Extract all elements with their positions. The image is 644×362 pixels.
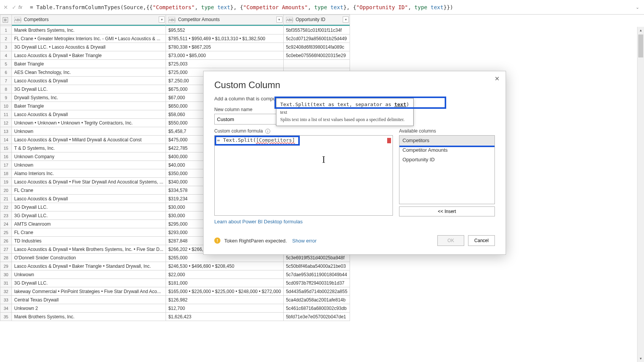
cell-oppid[interactable]: 5bfd71e3e7e057002b047de1: [283, 313, 350, 321]
cell-oppid[interactable]: 5c2cd07129a856001b25d449: [283, 34, 350, 43]
cell-oppid[interactable]: 5c0ebe075566f40020315e29: [283, 51, 350, 60]
column-dropdown-icon[interactable]: ▾: [276, 16, 283, 23]
cell-competitors[interactable]: AMTS Cleanroom: [12, 220, 166, 228]
table-row[interactable]: 313G Drywall LLC.$181,0005cd0973b7ff2940…: [0, 279, 350, 287]
formula-editor[interactable]: = Text.Split([Competitors]: [214, 135, 393, 216]
cell-competitors[interactable]: Baker Triangle: [12, 102, 166, 110]
cell-competitors[interactable]: T & D Systems, Inc.: [12, 144, 166, 152]
cell-competitors[interactable]: Unknown: [12, 127, 166, 136]
available-column-item[interactable]: Competitor Amounts: [399, 145, 495, 155]
cell-amounts[interactable]: $126,982: [166, 296, 284, 304]
cell-competitors[interactable]: 3G Drywall LLC. • Lasco Acoustics & Dryw…: [12, 43, 166, 51]
cell-competitors[interactable]: Unknown • Unknown • Unknown • Tegrity Co…: [12, 119, 166, 127]
cell-competitors[interactable]: Lasco Acoustics & Drywall: [12, 77, 166, 85]
cell-amounts[interactable]: $12,700: [166, 304, 284, 313]
cell-competitors[interactable]: Unknown: [12, 161, 166, 169]
cell-amounts[interactable]: $1,626,423: [166, 313, 284, 321]
column-header-oppid[interactable]: ABC Opportunity ID ▾: [283, 15, 350, 25]
show-error-link[interactable]: Show error: [292, 238, 317, 244]
table-row[interactable]: 5Baker Triangle$725,003: [0, 60, 350, 68]
column-dropdown-icon[interactable]: ▾: [343, 16, 349, 23]
column-dropdown-icon[interactable]: ▾: [159, 16, 165, 23]
cell-competitors[interactable]: lakeway Commercial • PinPoint Strategies…: [12, 287, 166, 296]
cell-competitors[interactable]: O'Donnell Snider Construction: [12, 254, 166, 262]
cell-competitors[interactable]: 3G Drywall LLC.: [12, 279, 166, 287]
cell-amounts[interactable]: $725,003: [166, 60, 284, 68]
row-number: 26: [0, 237, 12, 245]
cell-oppid[interactable]: 5c7dae953d61190018049b44: [283, 270, 350, 279]
cell-amounts[interactable]: $165,000 • $226,000 • $225,000 • $248,00…: [166, 287, 284, 296]
table-row[interactable]: 35Marek Brothers Systems, Inc.$1,626,423…: [0, 313, 350, 321]
cell-competitors[interactable]: Unkwown: [12, 270, 166, 279]
cell-amounts[interactable]: $246,530 • $496,690 • $208,450: [166, 262, 284, 270]
scroll-down-icon[interactable]: ▾: [637, 355, 644, 362]
vertical-scrollbar[interactable]: ▴ ▾: [637, 27, 644, 362]
cell-amounts[interactable]: $73,000 • $85,000: [166, 51, 284, 60]
cell-oppid[interactable]: 5c50b8f46aba54000a21be03: [283, 262, 350, 270]
table-row[interactable]: 34Unkwown 2$12,7005c461c68716a6800302c93…: [0, 304, 350, 313]
cell-competitors[interactable]: 3G Drywall LLC.: [12, 85, 166, 93]
cell-competitors[interactable]: Drywall Systems, Inc.: [12, 93, 166, 102]
cell-competitors[interactable]: TD Industries: [12, 237, 166, 245]
table-row[interactable]: 33Central Texas Drywall$126,9825ca4dd2a0…: [0, 296, 350, 304]
column-header-competitors[interactable]: ABC Competitors ▾: [12, 15, 166, 25]
cell-competitors[interactable]: Marek Brothers Systems, Inc.: [12, 26, 166, 34]
cell-amounts[interactable]: $22,000: [166, 270, 284, 279]
cell-competitors[interactable]: Unkwown 2: [12, 304, 166, 313]
cell-oppid[interactable]: 5d4435a95d714b002282a855: [283, 287, 350, 296]
table-corner-icon[interactable]: ⊞: [0, 15, 12, 25]
cell-competitors[interactable]: FL Crane: [12, 186, 166, 195]
insert-button[interactable]: << Insert: [399, 206, 495, 216]
cell-amounts[interactable]: $95,552: [166, 26, 284, 34]
cell-oppid[interactable]: 5ca4dd2a058ac2001afe814b: [283, 296, 350, 304]
cell-competitors[interactable]: Lasco Acoustics & Drywall • Millard Dryw…: [12, 136, 166, 144]
cell-amounts[interactable]: $181,000: [166, 279, 284, 287]
cancel-button[interactable]: Cancel: [468, 235, 495, 246]
cell-oppid[interactable]: 5c92408d6f83980014fa089c: [283, 43, 350, 51]
cell-competitors[interactable]: AES Clean Technology, Inc.: [12, 68, 166, 77]
cell-competitors[interactable]: Central Texas Drywall: [12, 296, 166, 304]
cell-competitors[interactable]: Lasco Acoustics & Drywall • Five Star Dr…: [12, 178, 166, 186]
formula-expand-icon[interactable]: ⌄: [636, 5, 642, 10]
cell-competitors[interactable]: 3G Drywall LLC.: [12, 211, 166, 220]
available-column-item[interactable]: Competitors: [399, 136, 495, 145]
table-row[interactable]: 30Unkwown$22,0005c7dae953d61190018049b44: [0, 270, 350, 279]
cell-oppid[interactable]: 5c461c68716a6800302c93db: [283, 304, 350, 313]
learn-formulas-link[interactable]: Learn about Power BI Desktop formulas: [214, 219, 303, 224]
available-column-item[interactable]: Opportunity ID: [399, 155, 495, 164]
text-type-icon: ABC: [168, 17, 175, 23]
cell-competitors[interactable]: Lasco Acoustics & Drywall • Marek Brothe…: [12, 245, 166, 254]
cell-amounts[interactable]: $780,338 • $867,205: [166, 43, 284, 51]
cell-competitors[interactable]: Unknown Company: [12, 152, 166, 161]
cell-amounts[interactable]: $785,511 • $950,469 • $1,013,310 • $1,38…: [166, 34, 284, 43]
cell-oppid[interactable]: [283, 60, 350, 68]
cell-competitors[interactable]: Marek Brothers Systems, Inc.: [12, 313, 166, 321]
table-row[interactable]: 2FL Crane • Greater Metroplex Interiors …: [0, 34, 350, 43]
formula-cancel-icon[interactable]: ✕: [2, 4, 10, 10]
cell-oppid[interactable]: 5bf3557581c01f001f11c34f: [283, 26, 350, 34]
cell-competitors[interactable]: Lasco Acoustics & Drywall • Baker Triang…: [12, 262, 166, 270]
cell-competitors[interactable]: 3G Drywall LLC.: [12, 203, 166, 211]
cell-competitors[interactable]: FL Crane • Greater Metroplex Interiors I…: [12, 34, 166, 43]
available-columns-list[interactable]: Competitors Competitor Amounts Opportuni…: [399, 135, 495, 204]
cell-competitors[interactable]: FL Crane: [12, 228, 166, 237]
cell-competitors[interactable]: Baker Triangle: [12, 60, 166, 68]
table-row[interactable]: 1Marek Brothers Systems, Inc.$95,5525bf3…: [0, 26, 350, 34]
cell-competitors[interactable]: Alamo Interiors Inc.: [12, 169, 166, 178]
cell-competitors[interactable]: Lasco Acoustics & Drywall • Baker Triang…: [12, 51, 166, 60]
scroll-up-icon[interactable]: ▴: [637, 27, 644, 34]
column-header-amounts[interactable]: ABC Competitor Amounts ▾: [166, 15, 284, 25]
info-icon[interactable]: i: [265, 129, 270, 134]
formula-accept-icon[interactable]: ✓: [10, 4, 18, 10]
table-row[interactable]: 32lakeway Commercial • PinPoint Strategi…: [0, 287, 350, 296]
cell-competitors[interactable]: Lasco Acoustics & Drywall: [12, 110, 166, 119]
scroll-thumb[interactable]: [638, 34, 643, 57]
cell-oppid[interactable]: 5cd0973b7ff29400319b1d37: [283, 279, 350, 287]
dialog-close-icon[interactable]: ✕: [491, 74, 503, 84]
table-row[interactable]: 4Lasco Acoustics & Drywall • Baker Trian…: [0, 51, 350, 60]
table-row[interactable]: 33G Drywall LLC. • Lasco Acoustics & Dry…: [0, 43, 350, 51]
cell-competitors[interactable]: Lasco Acoustics & Drywall: [12, 195, 166, 203]
ok-button: OK: [437, 235, 464, 246]
table-row[interactable]: 29Lasco Acoustics & Drywall • Baker Tria…: [0, 262, 350, 270]
formula-text[interactable]: = Table.TransformColumnTypes(Source,{{"C…: [30, 4, 636, 10]
